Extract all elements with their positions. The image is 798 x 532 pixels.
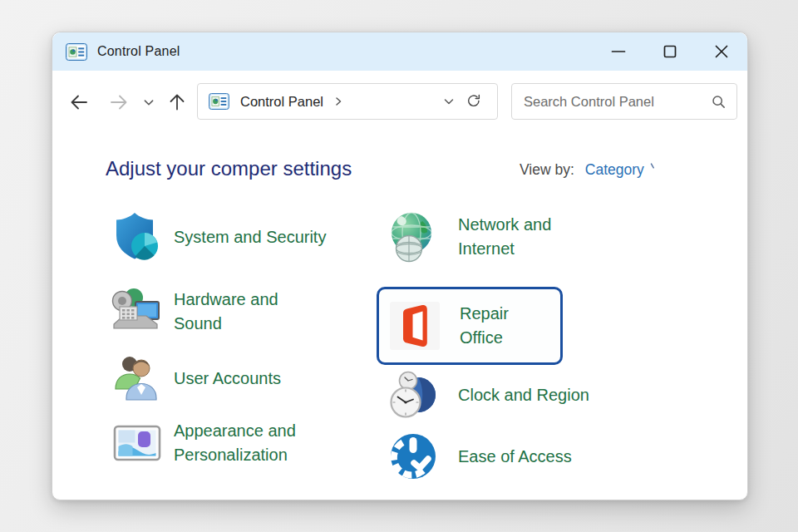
minimize-button[interactable] <box>593 32 644 71</box>
category-item-user-accounts[interactable]: User Accounts <box>111 352 281 405</box>
office-icon <box>388 299 441 352</box>
titlebar: Control Panel <box>52 32 747 71</box>
view-by-dropdown[interactable]: Category <box>585 161 655 179</box>
maximize-icon <box>660 42 680 62</box>
maximize-button[interactable] <box>644 32 696 71</box>
desktop: { "window": { "title": "Control Panel", … <box>0 0 798 532</box>
globe-icon <box>387 210 440 264</box>
category-label: Appearance and Personalization <box>174 419 337 467</box>
search-input[interactable] <box>524 94 711 110</box>
shield-icon <box>111 210 164 264</box>
recent-locations-button[interactable] <box>139 84 159 121</box>
category-item-appearance-and-personalization[interactable]: Appearance and Personalization <box>111 416 337 470</box>
address-bar[interactable]: Control Panel <box>197 83 498 120</box>
category-label: Hardware and Sound <box>174 288 305 336</box>
close-icon <box>712 42 732 62</box>
chevron-down-icon <box>139 91 159 113</box>
toolbar: Control Panel <box>52 71 747 134</box>
view-by-label: View by: <box>520 161 574 179</box>
forward-button[interactable] <box>106 84 132 121</box>
category-item-ease-of-access[interactable]: Ease of Access <box>387 430 572 483</box>
category-item-repair-office[interactable]: Repair Office <box>377 287 563 365</box>
category-label: Ease of Access <box>458 445 572 469</box>
breadcrumb[interactable]: Control Panel <box>240 94 323 110</box>
close-button[interactable] <box>696 32 747 71</box>
category-label: Repair Office <box>460 302 530 350</box>
breadcrumb-chevron-icon[interactable] <box>332 96 344 107</box>
caret-icon <box>650 163 655 170</box>
window-title: Control Panel <box>97 44 180 59</box>
control-panel-icon <box>209 93 229 110</box>
accessibility-icon <box>387 430 440 483</box>
minimize-icon <box>608 42 628 62</box>
window-controls <box>593 32 747 71</box>
category-item-network-and-internet[interactable]: Network and Internet <box>387 210 579 264</box>
view-by: View by: Category <box>520 161 655 179</box>
category-label: Network and Internet <box>458 213 579 261</box>
view-by-value: Category <box>585 161 644 179</box>
refresh-icon[interactable] <box>461 85 486 118</box>
hardware-icon <box>111 285 164 338</box>
search-icon[interactable] <box>711 94 727 110</box>
up-button[interactable] <box>164 84 190 121</box>
display-icon <box>111 416 164 470</box>
page-title: Adjust your comper settings <box>106 157 352 180</box>
category-item-clock-and-region[interactable]: Clock and Region <box>387 368 589 421</box>
users-icon <box>111 352 164 405</box>
up-arrow-icon <box>166 91 188 113</box>
category-label: System and Security <box>174 225 326 249</box>
clock-icon <box>387 368 440 421</box>
category-label: User Accounts <box>174 367 281 391</box>
category-item-system-and-security[interactable]: System and Security <box>111 210 326 264</box>
category-item-hardware-and-sound[interactable]: Hardware and Sound <box>111 285 305 338</box>
back-arrow-icon <box>68 91 90 113</box>
forward-arrow-icon <box>108 91 130 113</box>
control-panel-icon <box>66 43 87 61</box>
back-button[interactable] <box>66 84 92 121</box>
search-box <box>511 83 737 120</box>
address-dropdown-icon[interactable] <box>436 85 461 118</box>
category-label: Clock and Region <box>458 383 589 407</box>
control-panel-window: Control Panel Control Pa <box>52 32 748 500</box>
